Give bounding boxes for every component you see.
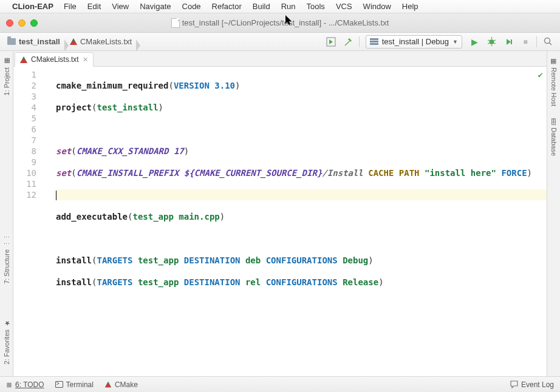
text-caret: [56, 191, 56, 200]
menu-navigate[interactable]: Navigate: [134, 2, 176, 11]
search-everywhere-button[interactable]: [541, 35, 555, 49]
code-editor[interactable]: 123 456 789 101112 cmake_minimum_require…: [13, 67, 547, 376]
menu-refactor[interactable]: Refactor: [207, 2, 247, 11]
separator: [536, 36, 537, 47]
macos-menubar: CLion-EAP File Edit View Navigate Code R…: [0, 0, 560, 13]
svg-line-10: [549, 43, 551, 46]
right-tool-stripe: ▦ Remote Host 🗄 Database: [547, 51, 560, 376]
toolbar: test_install CMakeLists.txt test_install…: [0, 33, 560, 51]
stop-button[interactable]: ■: [519, 35, 532, 49]
menu-window[interactable]: Window: [358, 2, 397, 11]
cmake-icon: [105, 382, 111, 387]
menu-run[interactable]: Run: [276, 2, 301, 11]
status-terminal[interactable]: Terminal: [55, 380, 94, 389]
svg-line-6: [488, 43, 490, 44]
editor-area: CMakeLists.txt ✕ 123 456 789 101112 cmak…: [13, 51, 547, 376]
status-todo[interactable]: ≣6: TODO: [6, 380, 44, 389]
svg-line-5: [494, 40, 496, 41]
cmake-icon: [70, 38, 77, 45]
window-titlebar: test_install [~/CLionProjects/test_insta…: [0, 13, 560, 33]
tool-project[interactable]: 1: Project ▦: [2, 53, 10, 99]
speech-bubble-icon: [510, 380, 518, 388]
status-event-log[interactable]: Event Log: [510, 380, 554, 389]
status-bar: ≣6: TODO Terminal CMake Event Log: [0, 376, 560, 392]
menu-file[interactable]: File: [58, 2, 82, 11]
close-window-button[interactable]: [6, 19, 13, 27]
app-name[interactable]: CLion-EAP: [12, 2, 53, 11]
tool-database[interactable]: 🗄 Database: [550, 115, 558, 160]
run-target-icon[interactable]: [324, 35, 338, 49]
tool-remote-host[interactable]: ▦ Remote Host: [550, 53, 558, 110]
menu-edit[interactable]: Edit: [82, 2, 106, 11]
folder-icon: [7, 38, 16, 45]
separator: [359, 36, 360, 47]
cmake-icon: [20, 56, 27, 63]
tab-cmakelists[interactable]: CMakeLists.txt ✕: [15, 52, 94, 67]
mouse-cursor-icon: [285, 15, 293, 26]
breadcrumb-file[interactable]: CMakeLists.txt: [66, 37, 138, 46]
minimize-window-button[interactable]: [18, 19, 26, 27]
menu-code[interactable]: Code: [177, 2, 207, 11]
run-configuration-selector[interactable]: test_install | Debug ▼: [366, 35, 462, 49]
breadcrumb-file-label: CMakeLists.txt: [80, 37, 132, 46]
window-title: test_install [~/CLionProjects/test_insta…: [0, 18, 560, 28]
run-with-coverage-button[interactable]: [502, 35, 515, 49]
traffic-lights: [6, 19, 38, 27]
status-cmake[interactable]: CMake: [104, 380, 138, 389]
debug-button[interactable]: [485, 35, 498, 49]
window-title-text: test_install [~/CLionProjects/test_insta…: [182, 18, 389, 27]
build-hammer-icon[interactable]: [341, 35, 355, 49]
svg-line-7: [494, 43, 496, 44]
breadcrumb-project[interactable]: test_install: [4, 37, 66, 46]
menu-build[interactable]: Build: [247, 2, 276, 11]
menu-view[interactable]: View: [106, 2, 134, 11]
breadcrumb-project-label: test_install: [19, 37, 60, 46]
configuration-icon: [370, 38, 378, 46]
document-icon: [171, 18, 180, 28]
svg-line-4: [488, 40, 490, 41]
tool-favorites[interactable]: 2: Favorites ★: [2, 316, 10, 368]
zoom-window-button[interactable]: [30, 19, 38, 27]
svg-point-9: [544, 38, 550, 44]
run-configuration-label: test_install | Debug: [382, 37, 449, 46]
tool-structure[interactable]: 7: Structure ⋮⋮: [2, 230, 10, 288]
menu-help[interactable]: Help: [397, 2, 424, 11]
menu-tools[interactable]: Tools: [301, 2, 330, 11]
analysis-ok-icon[interactable]: ✔: [538, 69, 543, 80]
chevron-down-icon: ▼: [452, 39, 458, 45]
menu-vcs[interactable]: VCS: [330, 2, 358, 11]
tab-label: CMakeLists.txt: [31, 55, 79, 64]
left-tool-stripe: 1: Project ▦ 7: Structure ⋮⋮ 2: Favorite…: [0, 51, 13, 376]
code-content[interactable]: cmake_minimum_required(VERSION 3.10) pro…: [44, 67, 547, 376]
svg-rect-8: [511, 39, 512, 44]
line-number-gutter: 123 456 789 101112: [13, 67, 44, 376]
editor-tabs: CMakeLists.txt ✕: [13, 51, 547, 67]
svg-point-1: [489, 39, 494, 44]
main-content: 1: Project ▦ 7: Structure ⋮⋮ 2: Favorite…: [0, 51, 560, 376]
list-icon: ≣: [6, 380, 12, 389]
terminal-icon: [55, 381, 63, 388]
run-button[interactable]: ▶: [468, 35, 481, 49]
close-tab-icon[interactable]: ✕: [83, 56, 88, 64]
